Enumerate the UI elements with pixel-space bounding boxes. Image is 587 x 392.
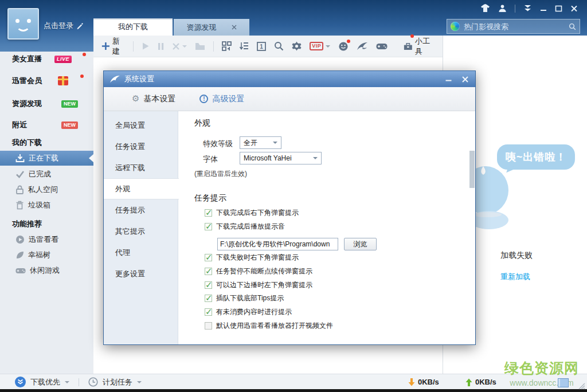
new-task-button[interactable]: 新建 xyxy=(101,36,125,57)
search-tasks-button[interactable] xyxy=(274,41,284,51)
sidebar-item-label: 已完成 xyxy=(29,169,51,179)
open-folder-button[interactable] xyxy=(195,42,205,50)
vip-button[interactable]: VIP xyxy=(310,42,330,50)
font-select[interactable]: Microsoft YaHei xyxy=(240,152,322,164)
tools-label: 小工具 xyxy=(415,36,435,57)
sidebar-item-kankan[interactable]: 迅雷看看 xyxy=(0,232,93,247)
dialog-titlebar[interactable]: 系统设置 xyxy=(104,71,475,87)
settings-category-other-tips[interactable]: 其它提示 xyxy=(104,221,178,242)
tab-close-icon[interactable] xyxy=(232,25,237,30)
checkbox-label: 下载完成后播放提示音 xyxy=(216,222,285,232)
main-menu-icon[interactable] xyxy=(523,5,532,12)
settings-category-global[interactable]: 全局设置 xyxy=(104,115,178,136)
login-link[interactable]: 点击登录 xyxy=(44,21,83,31)
sidebar-item-happy-tree[interactable]: 幸福树 xyxy=(0,248,93,262)
grid-icon xyxy=(222,41,232,51)
effect-level-select[interactable]: 全开 xyxy=(240,136,281,149)
checkbox[interactable] xyxy=(205,254,212,261)
movie-search-bar[interactable] xyxy=(447,19,580,34)
settings-category-proxy[interactable]: 代理 xyxy=(104,242,178,263)
dialog-close-icon[interactable] xyxy=(462,76,468,83)
checkbox[interactable] xyxy=(205,223,212,230)
notification-dot xyxy=(410,34,414,38)
checkbox[interactable] xyxy=(205,295,212,302)
checkbox[interactable] xyxy=(205,268,212,275)
tip-row: 插队下载底部Tips提示 xyxy=(205,292,284,304)
exclamation-circle-icon: ! xyxy=(199,95,208,103)
download-speed: 0KB/s xyxy=(408,374,439,390)
settings-category-remote[interactable]: 远程下载 xyxy=(104,157,178,178)
sidebar-item-vip-member[interactable]: 迅雷会员 xyxy=(0,73,93,88)
checkbox[interactable] xyxy=(205,308,212,316)
batch-view-button[interactable] xyxy=(222,41,232,51)
limit-one-button[interactable]: 1 xyxy=(257,42,266,51)
delete-dropdown-caret[interactable] xyxy=(182,45,187,48)
sidebar-item-resource-discovery[interactable]: 资源发现 NEW xyxy=(0,96,93,111)
sidebar-item-label: 私人空间 xyxy=(28,185,58,195)
settings-category-more[interactable]: 更多设置 xyxy=(104,263,178,284)
dialog-title: 系统设置 xyxy=(124,74,154,84)
priority-dropdown-caret[interactable] xyxy=(65,381,69,383)
settings-category-task[interactable]: 任务设置 xyxy=(104,136,178,157)
search-icon[interactable] xyxy=(569,22,576,32)
download-priority-label[interactable]: 下载优先 xyxy=(30,377,60,387)
dialog-minimize-icon[interactable] xyxy=(445,76,452,82)
checkbox[interactable] xyxy=(205,281,212,289)
minimize-icon[interactable] xyxy=(540,5,547,12)
delete-button[interactable] xyxy=(172,42,187,50)
sort-button[interactable] xyxy=(240,42,249,50)
maximize-icon[interactable] xyxy=(555,5,562,12)
thunder-bird-button[interactable] xyxy=(357,42,368,51)
scheduled-dropdown-caret[interactable] xyxy=(137,381,142,383)
folder-icon xyxy=(195,42,205,50)
vip-dropdown-caret[interactable] xyxy=(326,45,330,48)
notification-dot xyxy=(347,40,350,43)
chevron-down-icon xyxy=(313,157,318,159)
dialog-scrollbar-thumb[interactable] xyxy=(469,151,475,188)
tab-resource-discovery[interactable]: 资源发现 xyxy=(174,19,249,36)
settings-button[interactable] xyxy=(292,41,302,51)
tab-advanced-settings[interactable]: ! 高级设置 xyxy=(199,94,244,104)
sort-icon xyxy=(240,42,249,50)
sidebar-item-nearby[interactable]: 附近 NEW xyxy=(0,117,93,132)
window-bottom-edge xyxy=(0,389,587,392)
checkbox[interactable] xyxy=(205,209,212,217)
search-input[interactable] xyxy=(464,22,565,31)
scheduled-task-label[interactable]: 计划任务 xyxy=(103,377,132,387)
checkbox[interactable] xyxy=(205,322,212,330)
sidebar-header-label: 我的下载 xyxy=(12,138,42,148)
mascot-shadow xyxy=(473,212,502,217)
tip-row: 下载完成后右下角弹窗提示 xyxy=(205,207,299,218)
tip-row: 任务暂停不能断点续传弹窗提示 xyxy=(205,265,312,277)
sidebar-item-trash[interactable]: 垃圾箱 xyxy=(0,198,93,213)
close-icon[interactable] xyxy=(570,5,578,12)
pause-button[interactable] xyxy=(158,42,164,50)
tools-button[interactable]: 小工具 xyxy=(404,36,435,57)
sound-path-input[interactable] xyxy=(217,238,338,250)
browse-button[interactable]: 浏览 xyxy=(344,238,377,250)
sidebar: 美女直播 LIVE 迅雷会员 资源发现 NEW 附近 NEW 我的下载 正在下载… xyxy=(0,52,93,374)
resize-grip[interactable] xyxy=(578,383,585,390)
user-icon[interactable] xyxy=(498,4,507,13)
sidebar-item-downloading[interactable]: 正在下载 xyxy=(0,151,93,166)
sidebar-item-live-shows[interactable]: 美女直播 LIVE xyxy=(0,52,93,66)
games-button[interactable] xyxy=(376,42,388,50)
avatar[interactable] xyxy=(7,8,39,40)
dialog-tab-bar: ⚙ 基本设置 ! 高级设置 xyxy=(104,87,475,111)
settings-category-task-tips[interactable]: 任务提示 xyxy=(104,199,178,221)
system-settings-dialog: 系统设置 ⚙ 基本设置 ! 高级设置 全局设置 任务设置 远程下载 外观 任务提… xyxy=(103,70,476,345)
face-button[interactable] xyxy=(338,41,349,52)
up-speed-value: 0KB/s xyxy=(475,378,496,386)
reload-link[interactable]: 重新加载 xyxy=(500,272,530,282)
sidebar-item-private-space[interactable]: 私人空间 xyxy=(0,182,93,197)
settings-category-appearance[interactable]: 外观 xyxy=(104,178,179,199)
tab-my-downloads[interactable]: 我的下载 xyxy=(93,18,173,36)
sidebar-item-completed[interactable]: 已完成 xyxy=(0,167,93,182)
thunder-main-window: { "header": { "login_text": "点击登录", "sea… xyxy=(0,0,587,392)
skin-icon[interactable] xyxy=(480,4,490,13)
start-button[interactable] xyxy=(142,42,150,50)
tab-basic-settings[interactable]: ⚙ 基本设置 xyxy=(132,94,175,104)
error-bubble-text: 咦~出错啦！ xyxy=(506,150,567,164)
sidebar-item-casual-games[interactable]: 休闲游戏 xyxy=(0,263,93,278)
svg-text:1: 1 xyxy=(260,44,263,50)
